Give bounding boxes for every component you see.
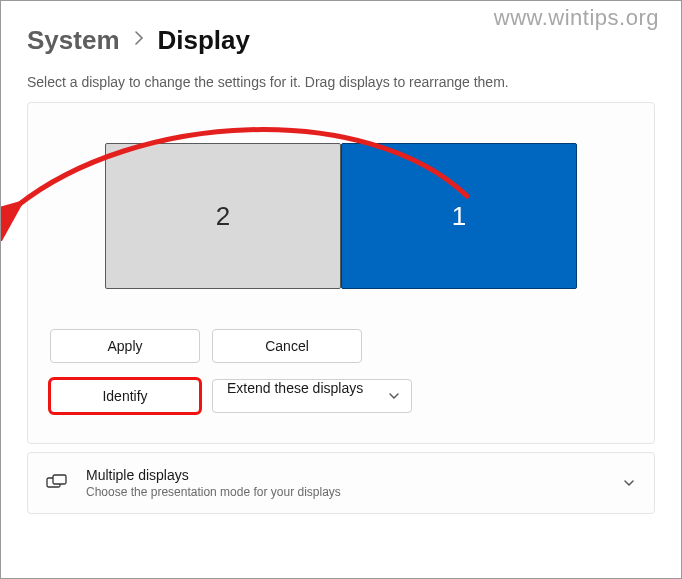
apply-button[interactable]: Apply xyxy=(50,329,200,363)
multiple-displays-icon xyxy=(46,472,68,494)
projection-mode-select[interactable]: Extend these displays xyxy=(212,379,412,413)
chevron-right-icon xyxy=(134,30,144,51)
projection-mode-value[interactable]: Extend these displays xyxy=(212,379,412,413)
expander-text: Multiple displays Choose the presentatio… xyxy=(86,467,604,499)
breadcrumb: System Display xyxy=(27,25,655,56)
display-arrangement-card: 2 1 Apply Cancel Identify Extend these d… xyxy=(27,102,655,444)
multiple-displays-expander[interactable]: Multiple displays Choose the presentatio… xyxy=(27,452,655,514)
identify-projection-row: Identify Extend these displays xyxy=(50,379,632,413)
monitor-2[interactable]: 2 xyxy=(105,143,341,289)
monitor-1[interactable]: 1 xyxy=(341,143,577,289)
page-title: Display xyxy=(158,25,251,56)
expander-title: Multiple displays xyxy=(86,467,604,483)
svg-rect-1 xyxy=(53,475,66,484)
instruction-text: Select a display to change the settings … xyxy=(27,74,655,90)
cancel-button[interactable]: Cancel xyxy=(212,329,362,363)
monitor-arrangement-area[interactable]: 2 1 xyxy=(50,131,632,301)
chevron-down-icon xyxy=(622,475,636,491)
identify-button[interactable]: Identify xyxy=(50,379,200,413)
breadcrumb-parent[interactable]: System xyxy=(27,25,120,56)
apply-cancel-row: Apply Cancel xyxy=(50,329,632,363)
expander-subtitle: Choose the presentation mode for your di… xyxy=(86,485,604,499)
